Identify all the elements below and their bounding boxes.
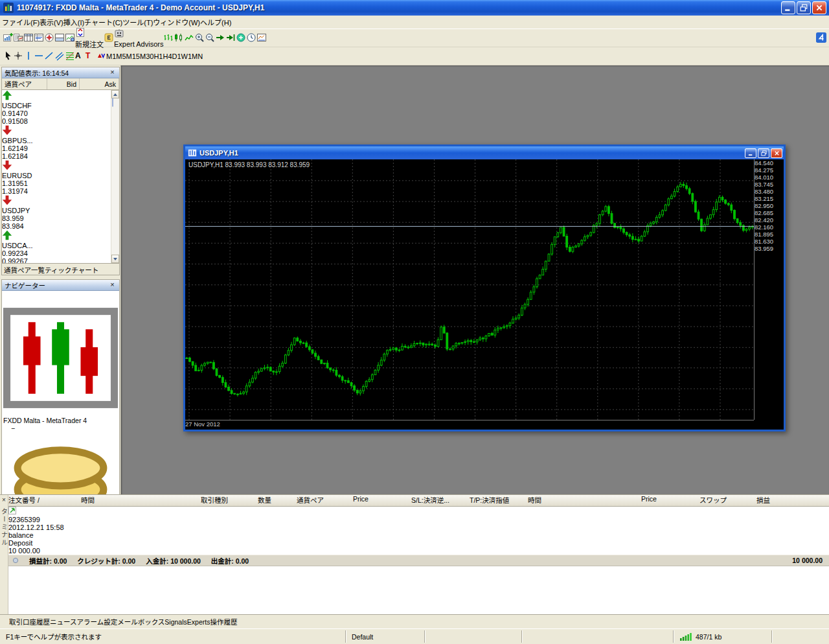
- tbtn pressed[interactable]: [215, 32, 225, 44]
- tbtn[interactable]: [256, 32, 267, 44]
- sym[interactable]: EURUSD: [2, 160, 111, 179]
- tfbtn pressed[interactable]: H1: [153, 52, 163, 60]
- column-symbol[interactable]: 通貨ペア: [2, 78, 47, 89]
- chart-close-button[interactable]: [771, 148, 782, 158]
- tbtn[interactable]: Expert Advisors: [114, 29, 163, 48]
- status-profile[interactable]: Default: [346, 630, 425, 643]
- ytick[interactable]: 82.685: [755, 209, 784, 216]
- tlabel[interactable]: 新規注文: [75, 39, 104, 49]
- tbtn pressed[interactable]: [3, 51, 13, 62]
- scrollbar-track[interactable]: [111, 98, 119, 255]
- td[interactable]: Deposit: [8, 539, 65, 547]
- th[interactable]: 時間: [81, 495, 201, 506]
- tfbtn[interactable]: W1: [181, 52, 192, 60]
- tbtn[interactable]: [163, 32, 174, 44]
- tfbtn[interactable]: H4: [163, 52, 172, 60]
- tbtn[interactable]: [246, 32, 256, 44]
- ytick[interactable]: 84.275: [755, 167, 784, 174]
- td[interactable]: 2012.12.21 15:58: [8, 523, 128, 531]
- btab[interactable]: 操作履歴: [210, 617, 237, 627]
- column-ask[interactable]: Ask: [80, 78, 119, 89]
- menu-item[interactable]: 挿入(I): [63, 17, 84, 27]
- tbtn[interactable]: [194, 32, 205, 44]
- sym[interactable]: USDCHF: [2, 90, 111, 109]
- ytick[interactable]: 83.480: [755, 188, 784, 195]
- tbtn pressed[interactable]: [54, 32, 65, 44]
- th[interactable]: 取引種別: [201, 495, 258, 506]
- tbtn[interactable]: [205, 32, 215, 44]
- num bid down[interactable]: 1.62149: [2, 144, 111, 152]
- tbtn pressed[interactable]: [44, 32, 54, 44]
- tbtn[interactable]: [816, 32, 826, 44]
- th[interactable]: 通貨ペア: [297, 495, 353, 506]
- scroll-down-icon[interactable]: [111, 255, 119, 263]
- market-watch-scrollbar[interactable]: [111, 90, 119, 263]
- column-bid[interactable]: Bid: [47, 78, 80, 89]
- num ask up[interactable]: 0.99267: [2, 257, 111, 263]
- btab[interactable]: Experts: [187, 618, 210, 626]
- ytick[interactable]: 84.010: [755, 174, 784, 181]
- expander[interactable]: −: [11, 424, 15, 432]
- ytick[interactable]: 82.160: [755, 224, 784, 231]
- tbtn[interactable]: [54, 51, 65, 62]
- tbtn[interactable]: 新規注文: [75, 27, 104, 49]
- minimize-button[interactable]: [781, 1, 795, 14]
- chart-plot-area[interactable]: [185, 159, 754, 420]
- menu-item[interactable]: ツール(T): [122, 17, 153, 27]
- tfbtn[interactable]: M15: [126, 52, 140, 60]
- num bid down[interactable]: 1.31951: [2, 179, 111, 187]
- mw-row[interactable]: EURUSD1.319511.31974: [2, 160, 111, 195]
- mw-row[interactable]: USDCHF0.914700.91508: [2, 90, 111, 125]
- th left[interactable]: 注文番号 /: [8, 495, 81, 506]
- td[interactable]: 10 000.00: [8, 547, 829, 555]
- th[interactable]: Price: [353, 495, 411, 506]
- tbtn[interactable]: [104, 32, 114, 44]
- tfbtn[interactable]: M5: [116, 52, 126, 60]
- time-axis[interactable]: 27 Nov 201228 Nov 16:0030 Nov 00:003 Dec…: [185, 420, 754, 430]
- td first[interactable]: 92365399: [8, 507, 81, 523]
- ytick[interactable]: 84.540: [755, 159, 784, 167]
- close-button[interactable]: [812, 1, 826, 14]
- num ask down[interactable]: 1.62184: [2, 152, 111, 160]
- mw-row[interactable]: USDJPY83.95983.984: [2, 195, 111, 230]
- num ask down[interactable]: 83.984: [2, 222, 111, 230]
- th[interactable]: 損益: [756, 495, 829, 506]
- tree-row[interactable]: FXDD Malta - MetaTrader 4: [3, 293, 118, 424]
- ytick[interactable]: 82.950: [755, 202, 784, 209]
- btab[interactable]: ニュース: [50, 617, 76, 627]
- sym[interactable]: USDCA...: [2, 230, 111, 249]
- chart-window-titlebar[interactable]: USDJPY,H1: [185, 146, 784, 159]
- chart-minimize-button[interactable]: [745, 148, 756, 158]
- tbtn[interactable]: [44, 51, 54, 62]
- scrollbar-thumb[interactable]: [112, 98, 113, 107]
- restore-button[interactable]: [797, 1, 811, 14]
- tbtn[interactable]: [34, 51, 44, 62]
- market-watch-close-icon[interactable]: ×: [108, 69, 117, 77]
- tfbtn[interactable]: M1: [106, 52, 116, 60]
- num bid down[interactable]: 83.959: [2, 214, 111, 222]
- btab active[interactable]: 口座履歴: [23, 617, 50, 627]
- tree-icon[interactable]: [3, 301, 118, 417]
- mw-row[interactable]: USDCA...0.992340.99267: [2, 230, 111, 263]
- td[interactable]: balance: [8, 531, 65, 539]
- term-row[interactable]: 923653992012.12.21 15:58balanceDeposit10…: [8, 507, 829, 555]
- menu-item[interactable]: ヘルプ(H): [200, 17, 231, 27]
- navigator-close-icon[interactable]: ×: [108, 281, 117, 290]
- ptab active[interactable]: 通貨ペア一覧: [4, 265, 45, 275]
- menu-item[interactable]: 表示(V): [40, 17, 63, 27]
- menu-item[interactable]: チャート(C): [84, 17, 122, 27]
- ytick[interactable]: 82.420: [755, 216, 784, 224]
- num ask down[interactable]: 1.31974: [2, 187, 111, 195]
- tbtn[interactable]: A: [75, 51, 85, 62]
- xt[interactable]: 27 Nov 2012: [185, 420, 754, 428]
- num bid up[interactable]: 0.99234: [2, 249, 111, 257]
- xt[interactable]: 28 Nov 16:00: [185, 428, 754, 430]
- tfbtn[interactable]: D1: [172, 52, 181, 60]
- tbtn[interactable]: [96, 51, 106, 62]
- tbtn[interactable]: [13, 32, 23, 44]
- tbtn[interactable]: [13, 51, 23, 62]
- bidlabel[interactable]: 83.959: [755, 245, 784, 252]
- th[interactable]: スワップ: [699, 495, 756, 506]
- tbtn pressed[interactable]: [174, 32, 184, 44]
- ytick[interactable]: 81.630: [755, 238, 784, 245]
